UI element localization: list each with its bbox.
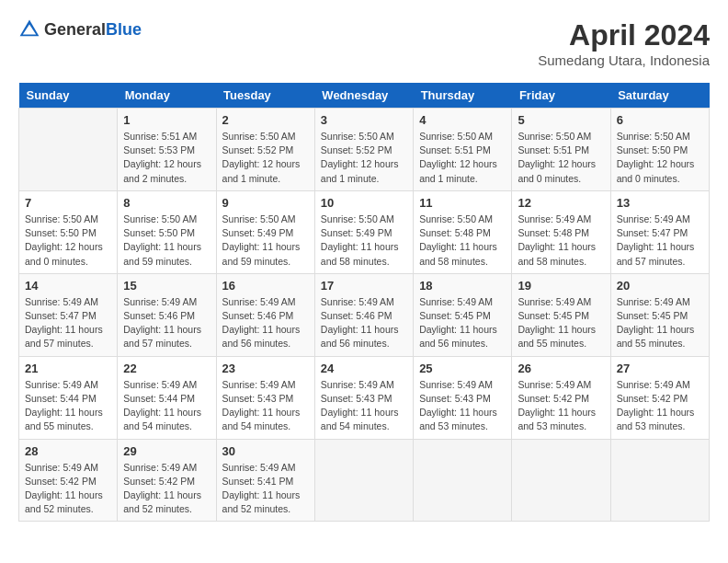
day-info: Sunrise: 5:49 AM Sunset: 5:45 PM Dayligh…: [518, 295, 604, 351]
calendar-cell: 20Sunrise: 5:49 AM Sunset: 5:45 PM Dayli…: [610, 273, 709, 356]
calendar-week-row: 28Sunrise: 5:49 AM Sunset: 5:42 PM Dayli…: [19, 439, 710, 522]
day-info: Sunrise: 5:50 AM Sunset: 5:50 PM Dayligh…: [25, 213, 111, 269]
day-info: Sunrise: 5:50 AM Sunset: 5:49 PM Dayligh…: [222, 213, 309, 269]
calendar-cell: 27Sunrise: 5:49 AM Sunset: 5:42 PM Dayli…: [610, 356, 709, 439]
day-info: Sunrise: 5:49 AM Sunset: 5:47 PM Dayligh…: [25, 295, 111, 351]
weekday-header: Sunday: [19, 83, 118, 109]
day-number: 13: [617, 196, 703, 210]
day-number: 21: [25, 362, 111, 375]
day-number: 2: [222, 113, 309, 127]
day-info: Sunrise: 5:49 AM Sunset: 5:46 PM Dayligh…: [123, 295, 210, 351]
day-info: Sunrise: 5:49 AM Sunset: 5:45 PM Dayligh…: [617, 295, 703, 351]
day-number: 26: [518, 362, 604, 375]
day-number: 12: [518, 196, 604, 210]
calendar-cell: 12Sunrise: 5:49 AM Sunset: 5:48 PM Dayli…: [512, 190, 610, 273]
weekday-header: Monday: [118, 83, 216, 109]
calendar-week-row: 7Sunrise: 5:50 AM Sunset: 5:50 PM Daylig…: [19, 190, 710, 273]
day-info: Sunrise: 5:49 AM Sunset: 5:46 PM Dayligh…: [321, 295, 407, 351]
day-number: 29: [123, 444, 210, 458]
weekday-header: Wednesday: [314, 83, 413, 109]
calendar-cell: 5Sunrise: 5:50 AM Sunset: 5:51 PM Daylig…: [512, 109, 610, 191]
day-info: Sunrise: 5:50 AM Sunset: 5:52 PM Dayligh…: [222, 130, 309, 186]
calendar-week-row: 1Sunrise: 5:51 AM Sunset: 5:53 PM Daylig…: [19, 109, 710, 191]
calendar-cell: [19, 109, 118, 191]
logo-icon: [18, 18, 40, 40]
day-info: Sunrise: 5:49 AM Sunset: 5:45 PM Dayligh…: [419, 295, 506, 351]
calendar-cell: 7Sunrise: 5:50 AM Sunset: 5:50 PM Daylig…: [19, 190, 118, 273]
day-info: Sunrise: 5:49 AM Sunset: 5:43 PM Dayligh…: [222, 378, 309, 434]
calendar-cell: 1Sunrise: 5:51 AM Sunset: 5:53 PM Daylig…: [118, 109, 216, 191]
calendar-cell: [512, 439, 610, 522]
weekday-header: Saturday: [610, 83, 709, 109]
calendar-cell: 29Sunrise: 5:49 AM Sunset: 5:42 PM Dayli…: [118, 439, 216, 522]
calendar-cell: 30Sunrise: 5:49 AM Sunset: 5:41 PM Dayli…: [216, 439, 314, 522]
logo-text-blue: Blue: [106, 20, 142, 39]
calendar-week-row: 21Sunrise: 5:49 AM Sunset: 5:44 PM Dayli…: [19, 356, 710, 439]
day-number: 15: [123, 279, 210, 293]
calendar-cell: 15Sunrise: 5:49 AM Sunset: 5:46 PM Dayli…: [118, 273, 216, 356]
day-number: 4: [419, 113, 506, 127]
calendar-cell: [610, 439, 709, 522]
day-number: 22: [123, 362, 210, 375]
calendar-cell: 17Sunrise: 5:49 AM Sunset: 5:46 PM Dayli…: [314, 273, 413, 356]
calendar-cell: 28Sunrise: 5:49 AM Sunset: 5:42 PM Dayli…: [19, 439, 118, 522]
day-number: 24: [321, 362, 407, 375]
day-info: Sunrise: 5:50 AM Sunset: 5:50 PM Dayligh…: [617, 130, 703, 186]
calendar-cell: 10Sunrise: 5:50 AM Sunset: 5:49 PM Dayli…: [314, 190, 413, 273]
calendar-table: SundayMondayTuesdayWednesdayThursdayFrid…: [18, 83, 710, 522]
calendar-cell: 2Sunrise: 5:50 AM Sunset: 5:52 PM Daylig…: [216, 109, 314, 191]
calendar-cell: 16Sunrise: 5:49 AM Sunset: 5:46 PM Dayli…: [216, 273, 314, 356]
day-number: 7: [25, 196, 111, 210]
calendar-week-row: 14Sunrise: 5:49 AM Sunset: 5:47 PM Dayli…: [19, 273, 710, 356]
day-number: 30: [222, 444, 309, 458]
day-info: Sunrise: 5:50 AM Sunset: 5:48 PM Dayligh…: [419, 213, 506, 269]
day-info: Sunrise: 5:50 AM Sunset: 5:52 PM Dayligh…: [321, 130, 407, 186]
calendar-cell: 14Sunrise: 5:49 AM Sunset: 5:47 PM Dayli…: [19, 273, 118, 356]
calendar-cell: 9Sunrise: 5:50 AM Sunset: 5:49 PM Daylig…: [216, 190, 314, 273]
calendar-cell: [414, 439, 512, 522]
calendar-cell: 25Sunrise: 5:49 AM Sunset: 5:43 PM Dayli…: [414, 356, 512, 439]
calendar-cell: 22Sunrise: 5:49 AM Sunset: 5:44 PM Dayli…: [118, 356, 216, 439]
day-number: 9: [222, 196, 309, 210]
day-number: 20: [617, 279, 703, 293]
calendar-header-row: SundayMondayTuesdayWednesdayThursdayFrid…: [19, 83, 710, 109]
calendar-subtitle: Sumedang Utara, Indonesia: [538, 52, 710, 68]
page-header: GeneralBlue April 2024 Sumedang Utara, I…: [18, 18, 710, 68]
day-number: 18: [419, 279, 506, 293]
logo: GeneralBlue: [18, 18, 142, 40]
day-number: 3: [321, 113, 407, 127]
day-info: Sunrise: 5:49 AM Sunset: 5:48 PM Dayligh…: [518, 213, 604, 269]
calendar-cell: 19Sunrise: 5:49 AM Sunset: 5:45 PM Dayli…: [512, 273, 610, 356]
day-info: Sunrise: 5:49 AM Sunset: 5:41 PM Dayligh…: [222, 461, 309, 517]
weekday-header: Thursday: [414, 83, 512, 109]
day-info: Sunrise: 5:50 AM Sunset: 5:51 PM Dayligh…: [518, 130, 604, 186]
day-number: 11: [419, 196, 506, 210]
calendar-cell: 6Sunrise: 5:50 AM Sunset: 5:50 PM Daylig…: [610, 109, 709, 191]
day-info: Sunrise: 5:49 AM Sunset: 5:44 PM Dayligh…: [123, 378, 210, 434]
day-number: 6: [617, 113, 703, 127]
day-info: Sunrise: 5:49 AM Sunset: 5:42 PM Dayligh…: [518, 378, 604, 434]
calendar-cell: 8Sunrise: 5:50 AM Sunset: 5:50 PM Daylig…: [118, 190, 216, 273]
day-number: 8: [123, 196, 210, 210]
day-number: 17: [321, 279, 407, 293]
day-info: Sunrise: 5:49 AM Sunset: 5:42 PM Dayligh…: [123, 461, 210, 517]
weekday-header: Tuesday: [216, 83, 314, 109]
day-number: 5: [518, 113, 604, 127]
calendar-cell: 24Sunrise: 5:49 AM Sunset: 5:43 PM Dayli…: [314, 356, 413, 439]
calendar-title: April 2024: [538, 18, 710, 52]
day-info: Sunrise: 5:49 AM Sunset: 5:46 PM Dayligh…: [222, 295, 309, 351]
day-info: Sunrise: 5:49 AM Sunset: 5:42 PM Dayligh…: [617, 378, 703, 434]
day-number: 16: [222, 279, 309, 293]
day-number: 28: [25, 444, 111, 458]
day-info: Sunrise: 5:49 AM Sunset: 5:43 PM Dayligh…: [321, 378, 407, 434]
calendar-cell: 26Sunrise: 5:49 AM Sunset: 5:42 PM Dayli…: [512, 356, 610, 439]
day-info: Sunrise: 5:49 AM Sunset: 5:42 PM Dayligh…: [25, 461, 111, 517]
day-number: 1: [123, 113, 210, 127]
day-info: Sunrise: 5:49 AM Sunset: 5:43 PM Dayligh…: [419, 378, 506, 434]
calendar-cell: [314, 439, 413, 522]
day-info: Sunrise: 5:50 AM Sunset: 5:49 PM Dayligh…: [321, 213, 407, 269]
day-number: 27: [617, 362, 703, 375]
logo-text-general: General: [44, 20, 106, 39]
calendar-cell: 4Sunrise: 5:50 AM Sunset: 5:51 PM Daylig…: [414, 109, 512, 191]
calendar-cell: 21Sunrise: 5:49 AM Sunset: 5:44 PM Dayli…: [19, 356, 118, 439]
